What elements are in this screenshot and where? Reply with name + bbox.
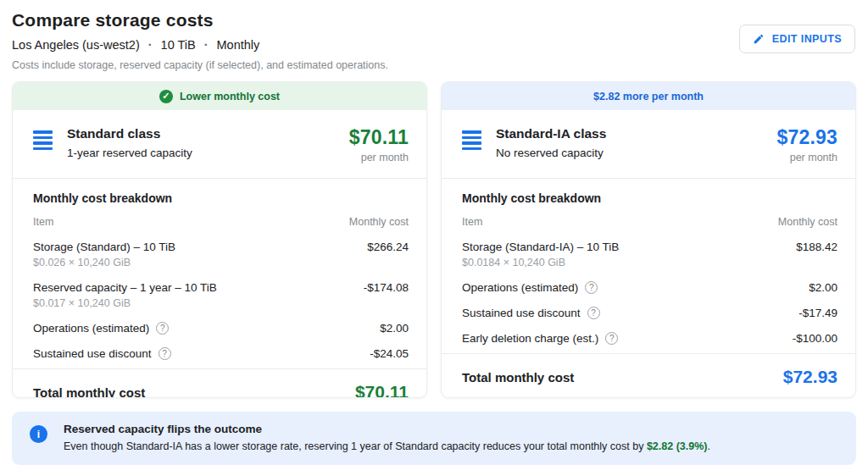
table-row: Storage (Standard) – 10 TiB $0.026 × 10,… bbox=[33, 241, 409, 268]
cost-breakdown: Monthly cost breakdown Item Monthly cost… bbox=[442, 179, 855, 353]
column-monthly-cost: Monthly cost bbox=[778, 216, 837, 228]
table-row: Sustained use discount ? -$17.49 bbox=[462, 307, 837, 319]
row-value: -$24.05 bbox=[370, 347, 409, 360]
row-label: Operations (estimated) bbox=[462, 281, 578, 294]
card-header: Standard-IA class No reserved capacity $… bbox=[442, 110, 855, 178]
breakdown-column-headers: Item Monthly cost bbox=[33, 216, 409, 228]
storage-class-icon bbox=[33, 130, 53, 150]
insight-title: Reserved capacity flips the outcome bbox=[64, 423, 710, 435]
table-row: Reserved capacity – 1 year – 10 TiB $0.0… bbox=[33, 281, 409, 309]
monthly-price: $72.93 bbox=[776, 126, 837, 149]
table-row: Sustained use discount ? -$24.05 bbox=[33, 347, 409, 360]
column-item: Item bbox=[33, 216, 53, 228]
compare-storage-costs-page: Compare storage costs Los Angeles (us-we… bbox=[0, 0, 868, 476]
help-icon[interactable]: ? bbox=[604, 397, 616, 398]
monthly-price: $70.11 bbox=[349, 126, 409, 149]
storage-class-name: Standard class bbox=[67, 126, 335, 141]
help-icon[interactable]: ? bbox=[605, 332, 618, 345]
row-value: -$100.00 bbox=[793, 332, 837, 345]
table-row: Operations (estimated) ? $2.00 bbox=[33, 322, 409, 335]
summary-size: 10 TiB bbox=[161, 38, 196, 52]
storage-class-name: Standard-IA class bbox=[496, 126, 762, 141]
breakdown-title: Monthly cost breakdown bbox=[33, 191, 409, 205]
card-standard-ia: $2.82 more per month Standard-IA class N… bbox=[441, 81, 856, 398]
row-label: Early deletion charge (est.) bbox=[462, 332, 598, 345]
column-monthly-cost: Monthly cost bbox=[349, 216, 409, 228]
check-circle-icon: ✓ bbox=[159, 90, 173, 103]
total-section: Total monthly cost $72.93 Price effectiv… bbox=[442, 354, 855, 398]
winner-banner-label: Lower monthly cost bbox=[180, 91, 280, 102]
row-value: $2.00 bbox=[380, 322, 409, 335]
row-value: -$174.08 bbox=[364, 281, 409, 294]
info-icon: i bbox=[30, 425, 47, 443]
comparison-cards: ✓ Lower monthly cost Standard class 1-ye… bbox=[12, 81, 856, 398]
help-icon[interactable]: ? bbox=[159, 347, 171, 360]
edit-inputs-label: EDIT INPUTS bbox=[772, 33, 842, 45]
total-value: $70.11 bbox=[355, 382, 409, 398]
total-section: Total monthly cost $70.11 Price effectiv… bbox=[13, 369, 426, 398]
storage-class-icon bbox=[462, 130, 481, 150]
capacity-label: 1-year reserved capacity bbox=[67, 147, 335, 159]
total-label: Total monthly cost bbox=[33, 385, 145, 399]
delta-banner-label: $2.82 more per month bbox=[593, 91, 704, 102]
row-value: $266.24 bbox=[367, 241, 409, 253]
dot-separator: · bbox=[148, 38, 153, 52]
row-label: Reserved capacity – 1 year – 10 TiB bbox=[33, 281, 217, 294]
help-icon[interactable]: ? bbox=[156, 322, 169, 335]
row-label: Sustained use discount bbox=[33, 347, 152, 360]
card-header: Standard class 1-year reserved capacity … bbox=[13, 110, 426, 178]
savings-highlight: $2.82 (3.9%) bbox=[647, 440, 708, 452]
capacity-label: No reserved capacity bbox=[496, 147, 762, 159]
row-value: -$17.49 bbox=[798, 307, 837, 319]
card-standard: ✓ Lower monthly cost Standard class 1-ye… bbox=[12, 81, 427, 398]
help-icon[interactable]: ? bbox=[587, 307, 600, 319]
row-label: Storage (Standard) – 10 TiB bbox=[33, 241, 175, 253]
pencil-icon bbox=[753, 33, 765, 45]
page-title: Compare storage costs bbox=[12, 10, 856, 30]
row-label: Storage (Standard-IA) – 10 TiB bbox=[462, 241, 619, 253]
row-rate-detail: $0.0184 × 10,240 GiB bbox=[462, 257, 619, 268]
total-label: Total monthly cost bbox=[462, 370, 574, 385]
row-label: Sustained use discount bbox=[462, 307, 581, 319]
row-value: $2.00 bbox=[809, 281, 837, 294]
insight-body: Even though Standard-IA has a lower stor… bbox=[64, 440, 710, 452]
table-row: Storage (Standard-IA) – 10 TiB $0.0184 ×… bbox=[462, 241, 837, 268]
edit-inputs-button[interactable]: EDIT INPUTS bbox=[739, 25, 855, 53]
row-rate-detail: $0.017 × 10,240 GiB bbox=[33, 297, 217, 309]
column-item: Item bbox=[462, 216, 482, 228]
price-effective-note: Price effective May 13, 2025 ? bbox=[462, 397, 837, 398]
help-icon[interactable]: ? bbox=[585, 281, 598, 294]
table-row: Operations (estimated) ? $2.00 bbox=[462, 281, 837, 294]
row-label: Operations (estimated) bbox=[33, 322, 149, 335]
row-value: $188.42 bbox=[796, 241, 837, 253]
header-note: Costs include storage, reserved capacity… bbox=[12, 59, 856, 71]
price-unit: per month bbox=[349, 152, 409, 163]
dot-separator: · bbox=[204, 38, 209, 52]
cost-breakdown: Monthly cost breakdown Item Monthly cost… bbox=[13, 179, 426, 368]
row-rate-detail: $0.026 × 10,240 GiB bbox=[33, 257, 175, 268]
table-row: Early deletion charge (est.) ? -$100.00 bbox=[462, 332, 837, 345]
insight-banner: i Reserved capacity flips the outcome Ev… bbox=[12, 412, 856, 465]
breakdown-column-headers: Item Monthly cost bbox=[462, 216, 837, 228]
summary-period: Monthly bbox=[217, 38, 260, 52]
summary-location: Los Angeles (us-west2) bbox=[12, 38, 140, 52]
total-value: $72.93 bbox=[783, 367, 837, 387]
price-unit: per month bbox=[776, 152, 837, 163]
breadcrumb-summary: Los Angeles (us-west2) · 10 TiB · Monthl… bbox=[12, 38, 856, 52]
breakdown-title: Monthly cost breakdown bbox=[462, 191, 837, 205]
winner-banner: ✓ Lower monthly cost bbox=[13, 82, 426, 110]
delta-banner: $2.82 more per month bbox=[442, 82, 855, 110]
